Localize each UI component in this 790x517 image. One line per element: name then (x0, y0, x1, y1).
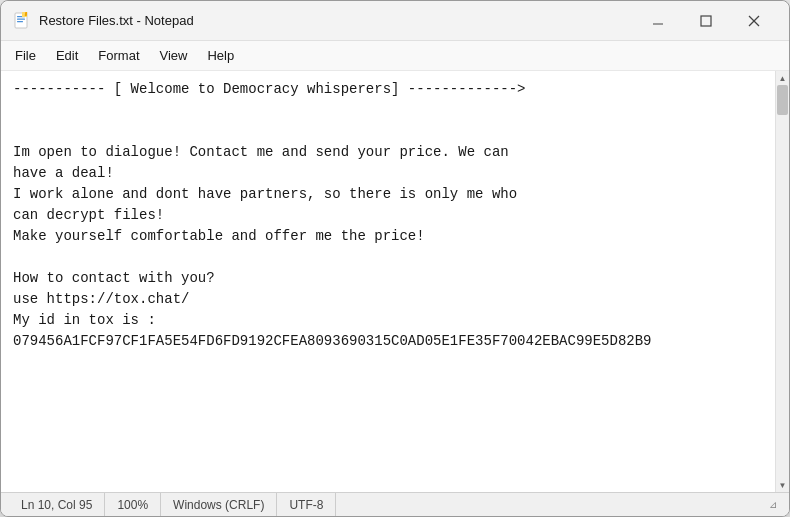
encoding-label: UTF-8 (289, 498, 323, 512)
resize-handle[interactable]: ⊿ (765, 497, 781, 513)
window-controls (635, 5, 777, 37)
menu-format[interactable]: Format (88, 44, 149, 67)
minimize-button[interactable] (635, 5, 681, 37)
menu-edit[interactable]: Edit (46, 44, 88, 67)
vertical-scrollbar[interactable]: ▲ ▼ (775, 71, 789, 492)
close-button[interactable] (731, 5, 777, 37)
scrollbar-track (776, 85, 789, 478)
app-icon (13, 12, 31, 30)
scroll-up-arrow[interactable]: ▲ (776, 71, 790, 85)
title-bar: Restore Files.txt - Notepad (1, 1, 789, 41)
scrollbar-thumb[interactable] (777, 85, 788, 115)
cursor-position: Ln 10, Col 95 (9, 493, 105, 516)
zoom-label: 100% (117, 498, 148, 512)
menu-view[interactable]: View (150, 44, 198, 67)
menu-help[interactable]: Help (197, 44, 244, 67)
window-title: Restore Files.txt - Notepad (39, 13, 635, 28)
notepad-window: Restore Files.txt - Notepad File (0, 0, 790, 517)
encoding: UTF-8 (277, 493, 336, 516)
line-col-label: Ln 10, Col 95 (21, 498, 92, 512)
menu-file[interactable]: File (5, 44, 46, 67)
text-editor[interactable] (1, 71, 775, 492)
line-ending: Windows (CRLF) (161, 493, 277, 516)
line-ending-label: Windows (CRLF) (173, 498, 264, 512)
svg-rect-2 (17, 18, 25, 19)
maximize-button[interactable] (683, 5, 729, 37)
zoom-level: 100% (105, 493, 161, 516)
editor-area: ▲ ▼ (1, 71, 789, 492)
menu-bar: File Edit Format View Help (1, 41, 789, 71)
scroll-down-arrow[interactable]: ▼ (776, 478, 790, 492)
status-bar: Ln 10, Col 95 100% Windows (CRLF) UTF-8 … (1, 492, 789, 516)
svg-rect-3 (17, 21, 23, 22)
svg-rect-7 (701, 16, 711, 26)
